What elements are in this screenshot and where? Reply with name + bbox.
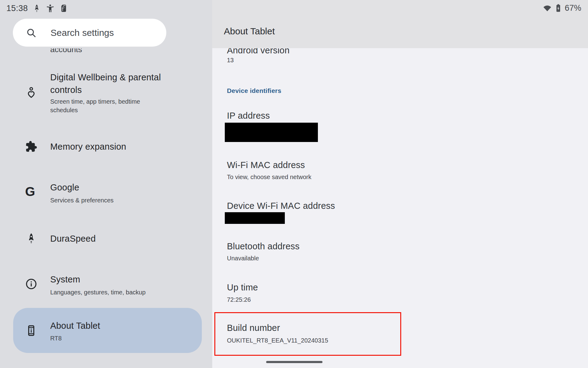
settings-sidebar: 15:38 — [0, 0, 212, 368]
build-number-annotation-rectangle — [214, 312, 401, 356]
build-number-label[interactable]: Build number — [227, 323, 280, 333]
sidebar-item-system[interactable]: System Languages, gestures, time, backup — [0, 267, 212, 301]
about-tablet-content: Android version 13 Device identifiers IP… — [212, 48, 588, 368]
panel-header: About Tablet 67% — [212, 0, 588, 48]
up-time-value: 72:25:26 — [227, 296, 251, 303]
sidebar-item-duraspeed[interactable]: DuraSpeed — [0, 226, 212, 251]
navigation-handle[interactable] — [266, 361, 322, 363]
bluetooth-address-label[interactable]: Bluetooth address — [227, 241, 300, 251]
wifi-icon — [543, 3, 552, 13]
page-title: About Tablet — [224, 26, 275, 36]
battery-percent: 67% — [565, 3, 581, 13]
sidebar-item-memory-expansion[interactable]: Memory expansion — [0, 134, 212, 159]
build-number-value: OUKITEL_RT8_EEA_V11_20240315 — [227, 337, 328, 344]
search-placeholder: Search settings — [51, 28, 114, 38]
rocket-icon — [25, 232, 37, 244]
scrolled-item-clip: accounts — [0, 48, 212, 59]
sidebar-item-title: System — [50, 274, 80, 285]
wifi-mac-address-label[interactable]: Wi-Fi MAC address — [227, 160, 305, 170]
digital-wellbeing-icon — [25, 86, 37, 99]
ip-address-redacted-value — [225, 123, 318, 142]
sidebar-item-title: Memory expansion — [50, 142, 126, 152]
sidebar-item-about-tablet[interactable]: About Tablet RT8 — [13, 308, 202, 353]
sidebar-item-digital-wellbeing[interactable]: Digital Wellbeing & parental controls Sc… — [0, 65, 212, 120]
rocket-icon — [32, 4, 41, 13]
battery-charging-icon — [554, 3, 563, 13]
bluetooth-address-value: Unavailable — [227, 255, 259, 262]
sidebar-item-google[interactable]: G Google Services & preferences — [0, 175, 212, 209]
clipped-accounts-text[interactable]: accounts — [50, 48, 82, 54]
android-version-label[interactable]: Android version — [227, 48, 290, 56]
status-bar-left: 15:38 — [6, 3, 68, 13]
sidebar-item-subtitle: Services & preferences — [50, 196, 114, 205]
sidebar-item-subtitle: Languages, gestures, time, backup — [50, 288, 145, 297]
info-icon — [25, 278, 37, 290]
status-time: 15:38 — [6, 4, 28, 13]
status-bar-right: 67% — [543, 2, 581, 13]
tablet-icon — [25, 324, 37, 337]
sidebar-item-title: Digital Wellbeing & parental controls — [50, 71, 161, 96]
sidebar-item-title: DuraSpeed — [50, 234, 96, 244]
settings-app: 15:38 — [0, 0, 588, 368]
search-icon — [26, 27, 37, 38]
wifi-mac-address-value: To view, choose saved network — [227, 173, 311, 181]
device-wifi-mac-address-label[interactable]: Device Wi-Fi MAC address — [227, 201, 335, 211]
android-version-value: 13 — [227, 56, 234, 64]
puzzle-icon — [25, 140, 37, 153]
accessibility-icon — [46, 4, 55, 13]
sidebar-item-subtitle: RT8 — [50, 334, 62, 343]
nfc-tag-icon — [59, 4, 68, 13]
device-identifiers-section-label: Device identifiers — [227, 87, 281, 94]
sidebar-item-title: Google — [50, 182, 79, 193]
sidebar-item-title: About Tablet — [50, 321, 100, 331]
ip-address-label[interactable]: IP address — [227, 110, 270, 121]
about-tablet-panel: About Tablet 67% Android version 13 Devi… — [212, 0, 588, 368]
device-wifi-mac-redacted-value — [225, 212, 285, 224]
search-settings-bar[interactable]: Search settings — [13, 19, 166, 47]
google-g-icon: G — [25, 186, 37, 198]
up-time-label[interactable]: Up time — [227, 282, 258, 293]
sidebar-item-subtitle: Screen time, app timers, bedtime schedul… — [50, 97, 140, 114]
